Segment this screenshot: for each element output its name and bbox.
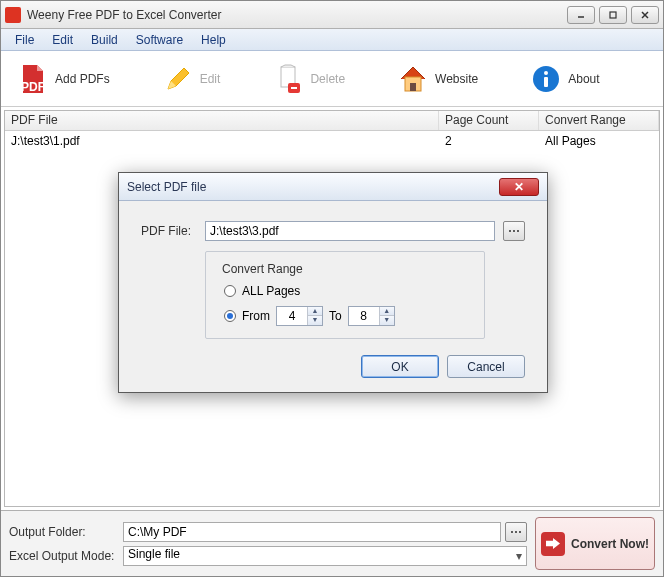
radio-from[interactable] [224, 310, 236, 322]
to-spinner[interactable]: ▲▼ [348, 306, 395, 326]
from-up[interactable]: ▲ [308, 307, 322, 316]
to-label: To [329, 309, 342, 323]
convert-range-fieldset: Convert Range ALL Pages From ▲▼ To ▲▼ [205, 251, 485, 339]
browse-pdf-button[interactable]: ⋯ [503, 221, 525, 241]
pdf-file-row: PDF File: ⋯ [141, 221, 525, 241]
dialog-titlebar: Select PDF file ✕ [119, 173, 547, 201]
radio-from-label: From [242, 309, 270, 323]
convert-range-legend: Convert Range [218, 262, 307, 276]
pdf-file-input[interactable] [205, 221, 495, 241]
to-up[interactable]: ▲ [380, 307, 394, 316]
cancel-button[interactable]: Cancel [447, 355, 525, 378]
radio-all-row[interactable]: ALL Pages [224, 284, 472, 298]
dialog-body: PDF File: ⋯ Convert Range ALL Pages From… [119, 201, 547, 392]
radio-all[interactable] [224, 285, 236, 297]
modal-overlay: Select PDF file ✕ PDF File: ⋯ Convert Ra… [0, 0, 664, 577]
dialog-close-button[interactable]: ✕ [499, 178, 539, 196]
to-input[interactable] [349, 309, 379, 323]
ok-button[interactable]: OK [361, 355, 439, 378]
dialog-buttons: OK Cancel [141, 355, 525, 378]
from-spinner[interactable]: ▲▼ [276, 306, 323, 326]
dialog-title: Select PDF file [127, 180, 499, 194]
to-down[interactable]: ▼ [380, 316, 394, 325]
from-down[interactable]: ▼ [308, 316, 322, 325]
radio-all-label: ALL Pages [242, 284, 300, 298]
pdf-file-label: PDF File: [141, 224, 197, 238]
from-input[interactable] [277, 309, 307, 323]
radio-from-row[interactable]: From ▲▼ To ▲▼ [224, 306, 472, 326]
select-pdf-dialog: Select PDF file ✕ PDF File: ⋯ Convert Ra… [118, 172, 548, 393]
